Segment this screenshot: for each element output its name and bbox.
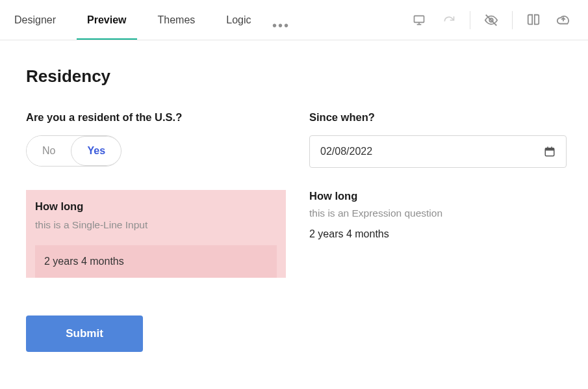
tabs: Designer Preview Themes Logic ••• xyxy=(14,0,296,40)
translations-button[interactable] xyxy=(520,7,546,33)
submit-button[interactable]: Submit xyxy=(26,315,143,352)
tab-label: Themes xyxy=(158,14,196,26)
question-how-long-expression: How long this is an Expression question … xyxy=(309,190,569,240)
tab-label: Logic xyxy=(226,14,251,26)
date-input[interactable]: 02/08/2022 xyxy=(309,135,567,168)
tab-preview[interactable]: Preview xyxy=(71,0,142,40)
question-title: How long xyxy=(309,190,569,202)
ellipsis-icon: ••• xyxy=(272,18,290,33)
tab-label: Preview xyxy=(87,14,126,26)
single-line-input[interactable] xyxy=(35,245,277,278)
date-value: 02/08/2022 xyxy=(320,146,372,157)
page-title: Residency xyxy=(26,66,562,87)
question-since-when: Since when? 02/08/2022 xyxy=(309,111,569,168)
more-tabs-button[interactable]: ••• xyxy=(267,11,296,40)
svg-rect-6 xyxy=(545,148,554,151)
device-preview-button[interactable] xyxy=(406,7,432,33)
toolbar xyxy=(406,7,576,33)
book-open-icon xyxy=(526,13,541,27)
eye-off-icon xyxy=(484,13,498,27)
toolbar-divider xyxy=(470,11,470,29)
toggle-yes[interactable]: Yes xyxy=(71,136,121,166)
redo-icon xyxy=(442,14,455,27)
question-description: this is an Expression question xyxy=(309,208,569,219)
question-how-long-input: How long this is a Single-Line Input xyxy=(26,190,286,278)
publish-button[interactable] xyxy=(550,7,576,33)
visibility-toggle-button[interactable] xyxy=(478,7,504,33)
top-bar: Designer Preview Themes Logic ••• xyxy=(0,0,588,40)
questions-grid: Are you a resident of the U.S.? No Yes S… xyxy=(26,111,562,278)
tab-label: Designer xyxy=(14,14,56,26)
redo-button xyxy=(436,7,462,33)
svg-rect-0 xyxy=(415,16,424,22)
cloud-upload-icon xyxy=(556,13,570,27)
question-description: this is a Single-Line Input xyxy=(35,219,277,231)
question-resident: Are you a resident of the U.S.? No Yes xyxy=(26,111,286,167)
yes-no-toggle: No Yes xyxy=(26,135,121,167)
tab-logic[interactable]: Logic xyxy=(211,0,266,40)
tab-designer[interactable]: Designer xyxy=(14,0,71,40)
toolbar-divider xyxy=(512,11,513,29)
question-title: How long xyxy=(35,200,277,213)
toggle-no[interactable]: No xyxy=(27,136,71,166)
question-title: Are you a resident of the U.S.? xyxy=(26,111,286,124)
monitor-icon xyxy=(413,14,426,27)
survey-preview: Residency Are you a resident of the U.S.… xyxy=(0,40,588,378)
expression-value: 2 years 4 months xyxy=(309,228,569,240)
question-title: Since when? xyxy=(309,111,569,124)
calendar-icon xyxy=(544,146,556,157)
tab-themes[interactable]: Themes xyxy=(142,0,211,40)
